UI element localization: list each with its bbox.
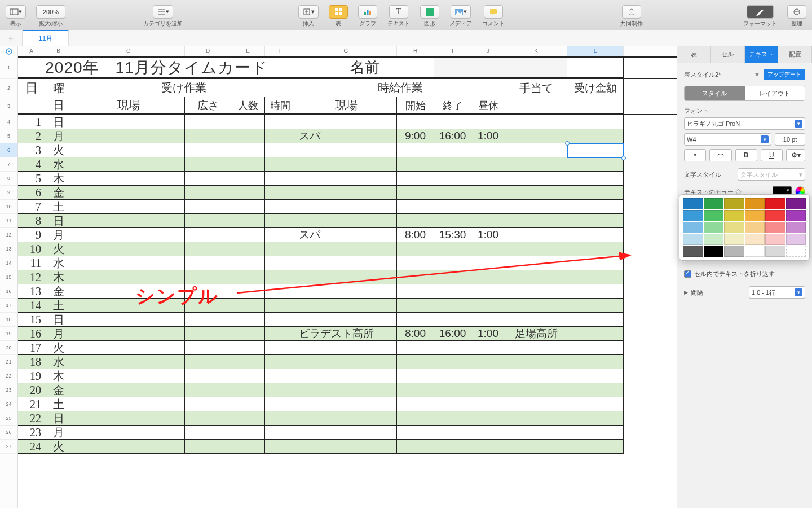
chart-button[interactable] xyxy=(358,5,377,19)
svg-rect-11 xyxy=(339,12,342,15)
svg-rect-8 xyxy=(335,8,338,11)
svg-point-18 xyxy=(630,9,633,12)
add-sheet-button[interactable]: + xyxy=(0,30,23,46)
toolbar: ▾ 表示 200% 拡大/縮小 ▾ カテゴリを追加 ▾挿入 表 グラフ Tテキス… xyxy=(0,0,812,30)
media-button[interactable]: ▾ xyxy=(451,5,471,19)
svg-rect-0 xyxy=(10,9,18,15)
category-button[interactable]: ▾ xyxy=(153,5,173,19)
svg-rect-14 xyxy=(369,11,371,15)
svg-rect-13 xyxy=(367,10,369,15)
svg-rect-9 xyxy=(339,8,342,11)
category-label: カテゴリを追加 xyxy=(143,20,183,28)
text-button[interactable]: T xyxy=(389,5,408,19)
collab-button[interactable] xyxy=(622,5,641,19)
svg-rect-17 xyxy=(490,9,497,14)
organize-button[interactable] xyxy=(787,5,806,19)
comment-button[interactable] xyxy=(484,5,503,19)
insert-button[interactable]: ▾ xyxy=(298,5,319,19)
sheet-tab-active[interactable]: 11月 xyxy=(23,30,69,46)
zoom-label: 拡大/縮小 xyxy=(39,20,63,28)
shape-button[interactable] xyxy=(420,5,439,19)
format-button[interactable] xyxy=(747,5,774,19)
view-label: 表示 xyxy=(10,20,21,28)
svg-rect-12 xyxy=(364,12,366,15)
zoom-field[interactable]: 200% xyxy=(36,5,65,19)
view-button[interactable]: ▾ xyxy=(6,5,26,19)
sheet-tab-bar: + 11月 xyxy=(0,30,812,46)
svg-rect-10 xyxy=(335,12,338,15)
table-button[interactable] xyxy=(329,5,348,19)
